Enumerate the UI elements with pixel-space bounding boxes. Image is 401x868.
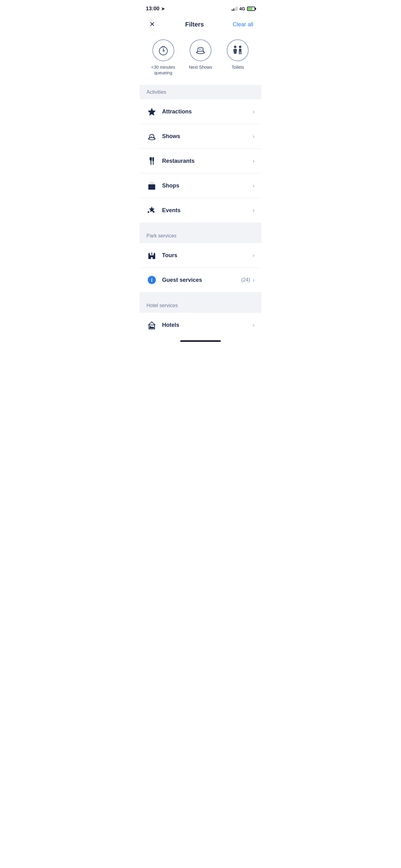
svg-rect-12 xyxy=(239,49,241,52)
spacer-2 xyxy=(140,292,261,299)
timer-icon xyxy=(153,39,174,61)
menu-item-hotels[interactable]: Hotels › xyxy=(140,313,261,337)
park-services-list: Tours › i Guest services (24) › xyxy=(140,243,261,292)
svg-rect-14 xyxy=(240,52,241,54)
chevron-right-icon: › xyxy=(253,322,255,329)
chevron-right-icon: › xyxy=(253,108,255,115)
chevron-right-icon: › xyxy=(253,252,255,259)
events-icon xyxy=(146,205,157,216)
svg-rect-23 xyxy=(148,184,155,190)
hotel-services-list: Hotels › xyxy=(140,313,261,337)
spacer-1 xyxy=(140,222,261,229)
svg-text:i: i xyxy=(151,277,153,283)
menu-item-events[interactable]: Events › xyxy=(140,198,261,222)
star-icon xyxy=(146,106,157,117)
attractions-label: Attractions xyxy=(162,108,253,115)
close-icon: ✕ xyxy=(149,21,155,28)
chevron-right-icon: › xyxy=(253,158,255,164)
hotel-icon xyxy=(146,320,157,330)
filter-pill-toilets-label: Toilets xyxy=(231,64,244,70)
battery-fill: ⚡ xyxy=(248,7,252,10)
menu-item-attractions[interactable]: Attractions › xyxy=(140,99,261,124)
battery-bolt-icon: ⚡ xyxy=(248,7,252,10)
magic-hat-icon: ★ ★ ★ xyxy=(190,39,211,61)
chevron-right-icon: › xyxy=(253,183,255,189)
svg-marker-36 xyxy=(154,252,155,254)
quick-filters: <30 minutesqueueing ★ ★ ★ Next Shows xyxy=(140,36,261,85)
hotels-label: Hotels xyxy=(162,322,253,329)
signal-bar-4 xyxy=(236,6,237,11)
location-arrow-icon: ➤ xyxy=(161,6,165,11)
section-hotel-services-label: Hotel services xyxy=(146,303,178,308)
battery-icon: ⚡ xyxy=(247,6,255,11)
status-time: 13:00 ➤ xyxy=(146,6,165,12)
signal-bar-3 xyxy=(235,7,236,11)
tours-icon xyxy=(146,250,157,260)
header: ✕ Filters Clear all xyxy=(140,16,261,36)
svg-rect-43 xyxy=(149,326,151,328)
close-button[interactable]: ✕ xyxy=(146,19,158,30)
svg-marker-15 xyxy=(148,108,156,116)
page-title: Filters xyxy=(185,21,204,28)
toilets-icon xyxy=(227,39,248,61)
svg-rect-28 xyxy=(148,254,150,259)
info-icon: i xyxy=(146,275,157,285)
section-park-services-label: Park services xyxy=(146,233,176,239)
menu-item-guest-services[interactable]: i Guest services (24) › xyxy=(140,268,261,292)
chevron-right-icon: › xyxy=(253,207,255,214)
home-bar xyxy=(180,340,221,342)
guest-services-count: (24) xyxy=(241,277,250,283)
guest-services-label: Guest services xyxy=(162,277,241,283)
status-bar: 13:00 ➤ 4G ⚡ xyxy=(140,0,261,16)
menu-item-tours[interactable]: Tours › xyxy=(140,243,261,268)
svg-point-10 xyxy=(234,45,236,48)
shows-label: Shows xyxy=(162,133,253,140)
filter-pill-queue-label: <30 minutesqueueing xyxy=(151,64,175,75)
filter-pill-toilets[interactable]: Toilets xyxy=(222,39,253,75)
svg-marker-34 xyxy=(151,251,153,255)
shops-label: Shops xyxy=(162,183,253,189)
network-label: 4G xyxy=(239,6,245,11)
status-right: 4G ⚡ xyxy=(232,6,255,11)
events-label: Events xyxy=(162,207,253,214)
home-indicator xyxy=(140,337,261,344)
chevron-right-icon: › xyxy=(253,133,255,140)
section-park-services-header: Park services xyxy=(140,229,261,243)
fork-knife-icon xyxy=(146,156,157,166)
section-activities-label: Activities xyxy=(146,89,166,95)
section-activities-header: Activities xyxy=(140,85,261,99)
signal-bars xyxy=(232,6,237,11)
filter-pill-shows[interactable]: ★ ★ ★ Next Shows xyxy=(185,39,216,75)
svg-rect-29 xyxy=(154,254,155,259)
svg-text:★: ★ xyxy=(201,49,203,51)
restaurants-label: Restaurants xyxy=(162,158,253,164)
activities-list: Attractions › ★ ★ ★ Shows › Restaurant xyxy=(140,99,261,222)
section-hotel-services-header: Hotel services xyxy=(140,299,261,313)
bag-icon xyxy=(146,180,157,191)
menu-item-shows[interactable]: ★ ★ ★ Shows › xyxy=(140,124,261,149)
menu-item-restaurants[interactable]: Restaurants › xyxy=(140,149,261,174)
magic-show-icon: ★ ★ ★ xyxy=(146,131,157,142)
signal-bar-1 xyxy=(232,9,233,11)
svg-point-5 xyxy=(163,50,164,52)
clear-all-button[interactable]: Clear all xyxy=(231,20,255,29)
tours-label: Tours xyxy=(162,252,253,259)
time-label: 13:00 xyxy=(146,6,159,12)
filter-pill-shows-label: Next Shows xyxy=(189,64,212,70)
svg-marker-35 xyxy=(149,252,149,254)
menu-item-shops[interactable]: Shops › xyxy=(140,174,261,198)
svg-marker-25 xyxy=(147,211,150,213)
signal-bar-2 xyxy=(233,8,234,11)
svg-point-11 xyxy=(239,45,241,48)
svg-rect-13 xyxy=(239,52,240,54)
filter-pill-queue[interactable]: <30 minutesqueueing xyxy=(148,39,179,75)
chevron-right-icon: › xyxy=(253,277,255,283)
